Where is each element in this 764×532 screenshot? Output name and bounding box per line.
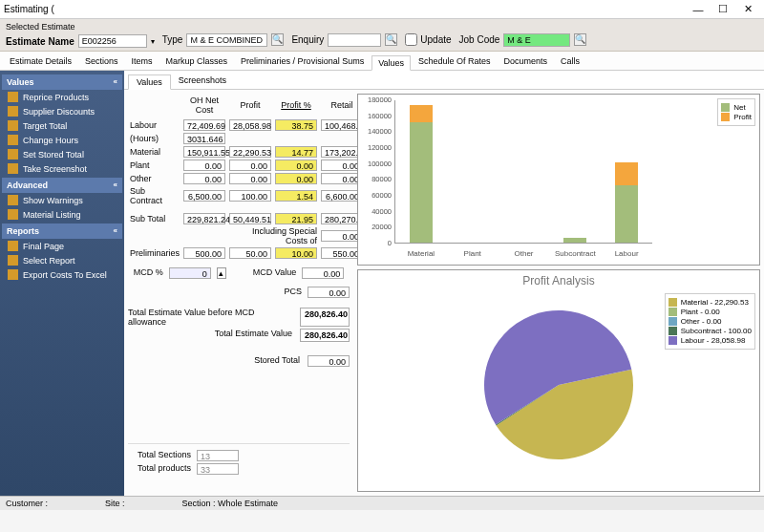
tab-documents[interactable]: Documents [499, 54, 554, 70]
search-icon[interactable]: 🔍 [574, 33, 586, 46]
profit-cell[interactable]: 50.00 [229, 247, 271, 259]
menu-icon [8, 120, 18, 131]
legend-item: Net [721, 103, 752, 112]
sidebar-item-reprice-products[interactable]: Reprice Products [2, 90, 122, 104]
sidebar-item-select-report[interactable]: Select Report [2, 253, 122, 267]
sidebar-item-set-stored-total[interactable]: Set Stored Total [2, 147, 122, 161]
profit-cell[interactable]: 100.00 [229, 190, 271, 202]
estimate-name-input[interactable]: E002256 [78, 34, 147, 48]
type-input[interactable]: M & E COMBINED [186, 33, 267, 47]
maximize-button[interactable]: ☐ [711, 3, 735, 15]
oh-cell[interactable]: 229,821.24 [183, 213, 225, 224]
tab-calls[interactable]: Calls [555, 54, 585, 70]
tab-preliminaries-provisional-sums[interactable]: Preliminaries / Provisional Sums [235, 54, 370, 70]
col-header: Profit [227, 96, 273, 118]
y-tick: 120000 [359, 143, 392, 152]
profit-pct-cell[interactable]: 0.00 [275, 173, 317, 184]
profit-pct-cell[interactable]: 38.75 [275, 119, 317, 131]
pie-title: Profit Analysis [358, 270, 759, 291]
menu-icon [8, 209, 18, 220]
row-label: Preliminaries [128, 246, 181, 260]
enquiry-input[interactable] [328, 33, 381, 47]
bar-chart-legend: NetProfit [717, 98, 755, 126]
profit-cell[interactable]: 50,449.51 [229, 213, 271, 224]
tab-markup-classes[interactable]: Markup Classes [160, 54, 234, 70]
menu-icon [8, 255, 18, 266]
menu-icon [8, 241, 18, 251]
jobcode-input[interactable]: M & E [503, 33, 570, 47]
pcs-label: PCS [284, 287, 302, 298]
y-tick: 100000 [359, 160, 392, 168]
profit-pct-cell[interactable]: 21.95 [275, 213, 317, 224]
x-category: Other [514, 249, 533, 258]
profit-cell[interactable]: 0.00 [229, 160, 271, 171]
sidebar-item-take-screenshot[interactable]: Take Screenshot [2, 161, 122, 176]
pie-chart: Profit Analysis Material - 22,290.53Plan… [357, 269, 760, 492]
sidebar-item-final-page[interactable]: Final Page [2, 239, 122, 253]
tab-schedule-of-rates[interactable]: Schedule Of Rates [413, 54, 497, 70]
type-label: Type [162, 34, 183, 45]
mcd-value-label: MCD Value [253, 267, 296, 279]
tab-estimate-details[interactable]: Estimate Details [4, 54, 77, 70]
sidebar-item-change-hours[interactable]: Change Hours [2, 133, 122, 147]
values-table: OH Net CostProfitProfit %RetailLabour72,… [124, 90, 353, 496]
total-estimate-value: 280,826.40 [300, 329, 350, 342]
legend-item: Profit [721, 113, 752, 121]
profit-pct-cell[interactable]: 14.77 [275, 146, 317, 158]
oh-cell[interactable]: 72,409.69 [183, 119, 225, 131]
header-bar: Selected Estimate Estimate Name E002256 … [0, 19, 764, 52]
update-checkbox[interactable] [405, 33, 417, 46]
profit-pct-cell[interactable]: 10.00 [275, 247, 317, 259]
subtab-screenshots[interactable]: Screenshots [171, 74, 234, 89]
profit-cell[interactable]: 28,058.98 [229, 119, 271, 131]
stepper-icon[interactable]: ▴ [217, 267, 226, 279]
bar-subcontract [563, 238, 586, 243]
sidebar-item-supplier-discounts[interactable]: Supplier Discounts [2, 104, 122, 118]
tab-values[interactable]: Values [371, 55, 411, 71]
row-label: Sub Contract [128, 185, 181, 206]
subtab-values[interactable]: Values [128, 74, 171, 90]
sidebar-item-material-listing[interactable]: Material Listing [2, 207, 122, 222]
stored-total-value: 0.00 [308, 355, 350, 367]
menu-icon [8, 195, 18, 205]
search-icon[interactable]: 🔍 [271, 33, 284, 46]
menu-icon [8, 163, 18, 174]
sidebar-section-advanced[interactable]: Advanced« [2, 178, 122, 193]
oh-cell[interactable]: 500.00 [183, 247, 225, 259]
sidebar-item-show-warnings[interactable]: Show Warnings [2, 193, 122, 207]
mcd-pct-input[interactable]: 0 [169, 267, 211, 279]
minimize-button[interactable]: — [686, 4, 711, 15]
tab-items[interactable]: Items [126, 54, 159, 70]
oh-cell[interactable]: 150,911.55 [183, 146, 225, 158]
profit-pct-cell[interactable]: 0.00 [275, 160, 317, 171]
profit-cell[interactable]: 0.00 [229, 173, 271, 184]
status-section: Section : Whole Estimate [182, 499, 279, 508]
close-button[interactable]: ✕ [735, 3, 760, 15]
bar-labour [615, 162, 638, 243]
profit-cell[interactable]: 22,290.53 [229, 146, 271, 158]
row-label: Labour [128, 118, 181, 132]
col-header: Profit % [273, 96, 319, 118]
total-sections-label: Total Sections [138, 450, 191, 461]
sidebar-item-target-total[interactable]: Target Total [2, 118, 122, 133]
oh-cell[interactable]: 0.00 [183, 160, 225, 171]
y-tick: 140000 [359, 127, 392, 136]
titlebar: Estimating ( — ☐ ✕ [0, 0, 764, 19]
oh-cell[interactable]: 0.00 [183, 173, 225, 184]
profit-pct-cell[interactable]: 1.54 [275, 190, 317, 202]
sidebar: Values«Reprice ProductsSupplier Discount… [0, 71, 124, 496]
menu-icon [8, 149, 18, 160]
total-products-label: Total products [138, 463, 191, 475]
sidebar-section-reports[interactable]: Reports« [2, 223, 122, 239]
oh-cell[interactable]: 3031.646 [183, 133, 225, 144]
oh-cell[interactable]: 6,500.00 [183, 190, 225, 202]
menu-icon [8, 135, 18, 145]
sidebar-item-export-costs-to-excel[interactable]: Export Costs To Excel [2, 267, 122, 282]
bar-material [410, 105, 433, 243]
tab-sections[interactable]: Sections [79, 54, 124, 70]
search-icon[interactable]: 🔍 [385, 33, 397, 46]
total-before-mcd-value: 280,826.40 [300, 308, 350, 327]
estimate-dropdown-icon[interactable]: ▾ [151, 37, 155, 46]
enquiry-label: Enquiry [291, 34, 324, 45]
sidebar-section-values[interactable]: Values« [2, 74, 122, 90]
